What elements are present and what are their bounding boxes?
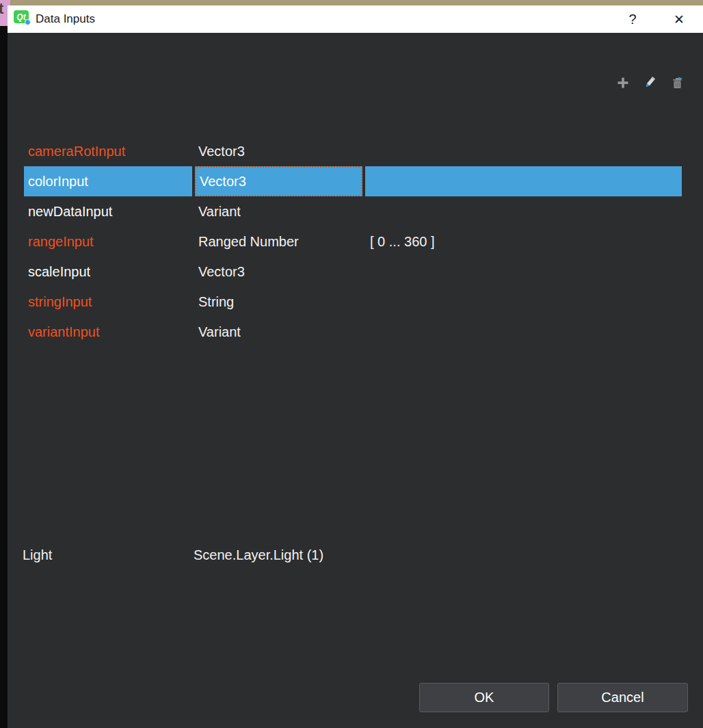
window-title: Data Inputs xyxy=(36,5,95,33)
dialog-body: cameraRotInput Vector3 colorInput Vector… xyxy=(8,33,703,728)
table-row-variantInput[interactable]: variantInput Variant xyxy=(24,317,682,347)
table-row-rangeInput[interactable]: rangeInput Ranged Number [ 0 ... 360 ] xyxy=(24,226,682,257)
datainput-name: variantInput xyxy=(28,317,100,347)
plus-icon xyxy=(616,76,630,90)
add-datainput-button[interactable] xyxy=(615,75,631,90)
table-row-scaleInput[interactable]: scaleInput Vector3 xyxy=(24,257,682,287)
qt-logo-icon: Qt xyxy=(14,10,29,23)
datainput-type: Ranged Number xyxy=(198,226,299,257)
datainput-table: cameraRotInput Vector3 colorInput Vector… xyxy=(24,136,682,347)
datainput-type: Vector3 xyxy=(198,136,245,166)
background-left-strip xyxy=(0,0,8,728)
table-row-stringInput[interactable]: stringInput String xyxy=(24,287,682,317)
selected-name-cell[interactable]: colorInput xyxy=(24,166,192,196)
title-bar: Qt Data Inputs ? ✕ xyxy=(8,5,703,33)
close-button[interactable]: ✕ xyxy=(666,5,692,33)
datainput-type: Vector3 xyxy=(200,166,246,196)
datainput-range: [ 0 ... 360 ] xyxy=(370,226,435,257)
datainput-name: scaleInput xyxy=(28,257,90,287)
edit-datainput-button[interactable] xyxy=(642,75,657,90)
usage-object-name: Light xyxy=(23,540,52,570)
ok-button[interactable]: OK xyxy=(419,683,549,712)
table-row-colorInput-selected[interactable]: colorInput Vector3 xyxy=(24,166,682,196)
qt-logo-badge xyxy=(25,19,31,25)
background-top-strip xyxy=(10,0,703,5)
datainput-type: Variant xyxy=(198,317,241,347)
pencil-icon xyxy=(643,76,656,90)
datainput-name: rangeInput xyxy=(28,226,94,257)
datainput-type: Vector3 xyxy=(198,257,245,287)
selected-range-cell[interactable] xyxy=(365,166,682,196)
selected-type-cell-editor[interactable]: Vector3 xyxy=(195,166,362,196)
datainput-name: cameraRotInput xyxy=(28,136,125,166)
help-button[interactable]: ? xyxy=(620,5,646,33)
datainput-name: newDataInput xyxy=(28,196,112,226)
datainput-name: stringInput xyxy=(28,287,92,317)
cancel-button[interactable]: Cancel xyxy=(557,683,688,712)
trash-icon xyxy=(670,76,684,90)
datainput-name: colorInput xyxy=(28,166,88,196)
table-row-newDataInput[interactable]: newDataInput Variant xyxy=(24,196,682,226)
usage-object-path: Scene.Layer.Light (1) xyxy=(194,540,323,570)
usage-row[interactable]: Light Scene.Layer.Light (1) xyxy=(23,540,665,570)
data-inputs-dialog: t Qt Data Inputs ? ✕ xyxy=(0,0,703,728)
background-artifact: t xyxy=(0,0,3,18)
datainput-type: String xyxy=(198,287,234,317)
table-row-cameraRotInput[interactable]: cameraRotInput Vector3 xyxy=(24,136,682,166)
delete-datainput-button[interactable] xyxy=(669,75,685,90)
datainput-type: Variant xyxy=(198,196,241,226)
